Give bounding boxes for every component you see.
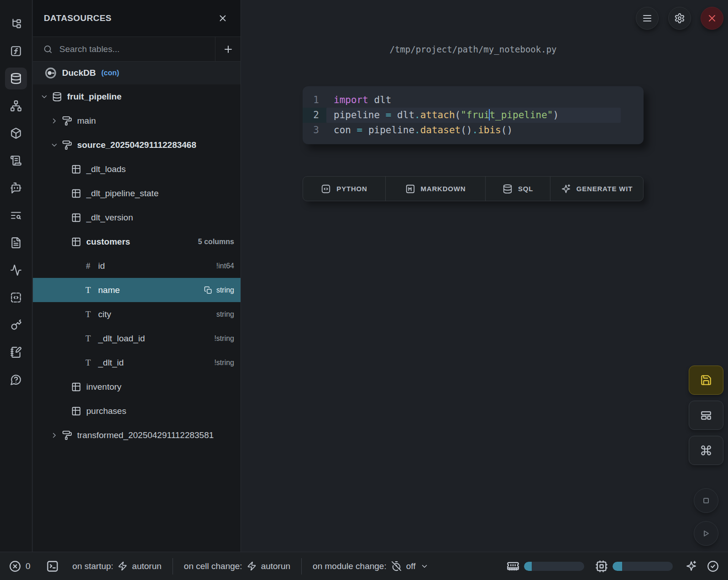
rail-item-chat[interactable]	[2, 174, 30, 202]
stop-button[interactable]	[694, 488, 718, 513]
rail-item-secrets[interactable]	[2, 311, 30, 339]
tree-row-label: customers	[86, 237, 130, 247]
tree-row-label: id	[98, 261, 105, 271]
search-input[interactable]	[59, 44, 187, 54]
settings-button[interactable]	[668, 7, 691, 30]
file-text-icon	[10, 237, 22, 249]
rail-item-help[interactable]	[2, 366, 30, 393]
on-module-change-label: on module change:	[313, 561, 387, 571]
on-cell-change-label: on cell change:	[184, 561, 242, 571]
menu-icon	[642, 13, 653, 24]
shutdown-button[interactable]	[701, 7, 723, 30]
on-startup-setting[interactable]: on startup: autorun	[73, 561, 162, 571]
tree-row-column[interactable]: T _dlt_load_id !string	[33, 326, 241, 350]
tree-row-database[interactable]: fruit_pipeline	[33, 84, 241, 109]
add-python-cell-button[interactable]: PYTHON	[303, 177, 386, 201]
tree-row-table[interactable]: customers 5 columns	[33, 230, 241, 254]
tree-row-schema[interactable]: source_202504291112283468	[33, 133, 241, 157]
tree-row-label: main	[77, 116, 96, 126]
rail-item-snippets[interactable]	[2, 284, 30, 311]
table-icon	[71, 237, 81, 247]
tree-row-column[interactable]: T city string	[33, 302, 241, 326]
play-icon	[701, 528, 712, 539]
table-icon	[71, 406, 81, 416]
tree-row-label: transformed_202504291112283581	[77, 430, 214, 440]
connection-status-button[interactable]	[707, 560, 719, 572]
check-circle-icon	[707, 560, 719, 572]
generate-with-ai-button[interactable]: GENERATE WIT	[550, 177, 643, 201]
line-number: 2	[303, 108, 326, 123]
tree-row-column[interactable]: # id !int64	[33, 254, 241, 278]
sparkles-icon	[561, 184, 571, 194]
timer-off-icon	[391, 561, 402, 571]
rail-item-file-tree[interactable]	[2, 10, 30, 37]
ram-usage	[507, 560, 584, 573]
code-text[interactable]: pipeline = dlt.attach("fruit_pipeline")	[326, 108, 621, 123]
tree-row-table[interactable]: _dlt_version	[33, 205, 241, 230]
menu-button[interactable]	[636, 7, 659, 30]
code-square-icon	[10, 292, 22, 303]
panel-close-button[interactable]	[216, 11, 230, 25]
code-cell[interactable]: 1import dlt2pipeline = dlt.attach("fruit…	[303, 86, 644, 144]
datasource-tree: fruit_pipeline main source_2025042911122…	[33, 84, 241, 447]
line-number: 3	[303, 123, 326, 138]
rail-item-files[interactable]	[2, 229, 30, 256]
schema-icon	[62, 430, 72, 440]
tree-row-column-selected[interactable]: T name string	[33, 278, 241, 302]
rail-item-tracing[interactable]	[2, 256, 30, 284]
panel-title: DATASOURCES	[44, 13, 111, 23]
rail-item-logs[interactable]	[2, 202, 30, 229]
code-editor[interactable]: 1import dlt2pipeline = dlt.attach("fruit…	[303, 93, 644, 138]
rail-item-scratchpad[interactable]	[2, 339, 30, 366]
help-circle-icon	[10, 374, 22, 386]
chevron-right-icon	[50, 431, 58, 439]
layout-icon	[700, 409, 712, 421]
run-button[interactable]	[694, 521, 718, 546]
tree-row-label: inventory	[86, 382, 121, 392]
tree-row-column[interactable]: T _dlt_id !string	[33, 350, 241, 375]
cpu-usage-fill	[613, 562, 622, 571]
schema-icon	[62, 116, 72, 126]
terminal-button[interactable]	[46, 560, 59, 573]
on-module-change-setting[interactable]: on module change: off	[313, 561, 428, 571]
rail-item-dependencies[interactable]	[2, 92, 30, 120]
tree-row-table[interactable]: _dlt_pipeline_state	[33, 181, 241, 205]
code-line[interactable]: 1import dlt	[303, 93, 644, 108]
tree-row-label: _dlt_loads	[86, 164, 126, 174]
add-datasource-button[interactable]	[215, 37, 241, 61]
tree-row-schema[interactable]: main	[33, 109, 241, 133]
tree-row-schema[interactable]: transformed_202504291112283581	[33, 423, 241, 447]
code-line[interactable]: 3con = pipeline.dataset().ibis()	[303, 123, 644, 138]
database-icon	[52, 92, 62, 102]
ai-assist-button[interactable]	[686, 560, 697, 572]
rail-item-functions[interactable]	[2, 37, 30, 65]
layout-toggle-button[interactable]	[689, 401, 723, 430]
tree-row-table[interactable]: purchases	[33, 399, 241, 423]
save-button[interactable]	[689, 366, 723, 395]
add-markdown-cell-button[interactable]: MARKDOWN	[386, 177, 486, 201]
add-sql-cell-button[interactable]: SQL	[486, 177, 550, 201]
copy-icon[interactable]	[204, 286, 212, 294]
topbar-actions	[636, 7, 723, 30]
duckdb-logo	[45, 67, 57, 79]
terminal-icon	[46, 560, 59, 573]
code-line[interactable]: 2pipeline = dlt.attach("fruit_pipeline")	[303, 108, 644, 123]
tree-row-table[interactable]: _dlt_loads	[33, 157, 241, 181]
rail-item-packages[interactable]	[2, 120, 30, 147]
code-text[interactable]: import dlt	[326, 93, 644, 108]
button-label: PYTHON	[336, 185, 367, 193]
rail-item-documentation[interactable]	[2, 147, 30, 174]
rail-item-datasources[interactable]	[2, 65, 30, 92]
code-square-icon	[321, 184, 331, 194]
on-cell-change-setting[interactable]: on cell change: autorun	[184, 561, 290, 571]
notebook-path: /tmp/project/path/my_notebook.py	[303, 44, 644, 54]
box-icon	[10, 127, 22, 139]
search-field[interactable]	[33, 37, 215, 61]
tree-row-table[interactable]: inventory	[33, 375, 241, 399]
datasources-panel: DATASOURCES DuckDB (con) fruit_pipeline …	[33, 0, 241, 552]
code-text[interactable]: con = pipeline.dataset().ibis()	[326, 123, 644, 138]
connection-duckdb[interactable]: DuckDB (con)	[33, 62, 241, 84]
on-cell-change-value: autorun	[261, 561, 290, 571]
keyboard-shortcuts-button[interactable]	[689, 436, 723, 465]
error-counter[interactable]: 0	[9, 560, 31, 572]
